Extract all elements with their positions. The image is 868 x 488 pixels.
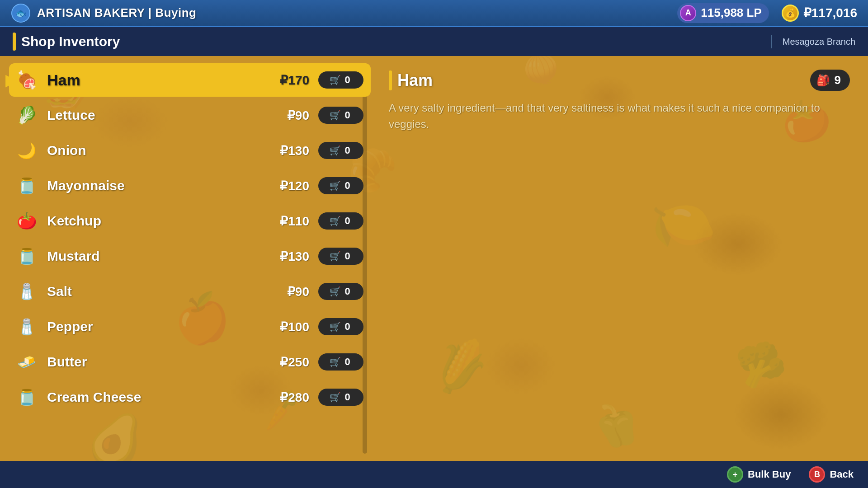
- item-icon: 🍅: [14, 208, 40, 234]
- detail-inventory-badge: 🎒 9: [810, 70, 850, 91]
- bulk-buy-action[interactable]: + Bulk Buy: [727, 466, 791, 483]
- item-price: ₽90: [264, 108, 309, 123]
- list-item[interactable]: 🫙 Cream Cheese ₽280 🛒 0: [9, 380, 371, 414]
- cart-count: 0: [344, 321, 350, 333]
- list-item[interactable]: ▶ 🍖 Ham ₽170 🛒 0: [9, 63, 371, 97]
- cart-badge: 🛒 0: [318, 283, 363, 300]
- item-price: ₽130: [264, 143, 309, 158]
- item-icon: 🫙: [14, 173, 40, 199]
- cart-badge: 🛒 0: [318, 212, 363, 230]
- divider: [771, 35, 772, 48]
- item-icon: 🧂: [14, 314, 40, 340]
- item-price: ₽100: [264, 319, 309, 334]
- item-price: ₽110: [264, 214, 309, 229]
- shop-bar-right: Mesagoza Branch: [771, 35, 855, 48]
- cart-badge: 🛒 0: [318, 353, 363, 371]
- shop-bar: Shop Inventory Mesagoza Branch: [0, 27, 868, 56]
- lp-badge: A 115,988 LP: [677, 3, 769, 23]
- list-item[interactable]: 🍅 Ketchup ₽110 🛒 0: [9, 204, 371, 238]
- cart-icon: 🛒: [330, 321, 341, 332]
- cart-badge: 🛒 0: [318, 248, 363, 265]
- cart-badge: 🛒 0: [318, 71, 363, 89]
- cart-badge: 🛒 0: [318, 389, 363, 406]
- item-name: Pepper: [47, 319, 264, 334]
- backpack-icon: 🎒: [816, 74, 830, 87]
- lp-icon: A: [680, 5, 696, 21]
- detail-inv-count: 9: [835, 73, 841, 87]
- cart-icon: 🛒: [330, 392, 341, 403]
- back-action[interactable]: B Back: [809, 466, 854, 483]
- cart-count: 0: [344, 286, 350, 297]
- cart-icon: 🛒: [330, 251, 341, 262]
- cart-count: 0: [344, 145, 350, 156]
- cart-count: 0: [344, 391, 350, 403]
- item-name: Ham: [47, 71, 264, 89]
- cart-icon: 🛒: [330, 75, 341, 85]
- item-icon: 🧂: [14, 278, 40, 305]
- cart-icon: 🛒: [330, 357, 341, 367]
- bulk-buy-label: Bulk Buy: [748, 469, 791, 480]
- money-badge: 💰 ₽117,016: [782, 5, 857, 22]
- items-container: ▶ 🍖 Ham ₽170 🛒 0 🥬 Lettuce ₽90 🛒 0 🌙 Oni…: [9, 63, 371, 414]
- item-list-panel: ▶ 🍖 Ham ₽170 🛒 0 🥬 Lettuce ₽90 🛒 0 🌙 Oni…: [0, 56, 371, 461]
- cart-count: 0: [344, 109, 350, 121]
- header: 🐟 ARTISAN BAKERY | Buying A 115,988 LP 💰…: [0, 0, 868, 27]
- cart-count: 0: [344, 215, 350, 227]
- item-icon: 🌙: [14, 137, 40, 164]
- detail-panel: Ham 🎒 9 A very salty ingredient—and that…: [371, 56, 868, 461]
- cart-icon: 🛒: [330, 216, 341, 226]
- item-price: ₽280: [264, 390, 309, 405]
- item-icon: 🥬: [14, 102, 40, 128]
- list-item[interactable]: 🧂 Salt ₽90 🛒 0: [9, 275, 371, 308]
- item-price: ₽120: [264, 178, 309, 193]
- shop-bar-accent: [13, 33, 16, 51]
- header-title: ARTISAN BAKERY | Buying: [37, 6, 196, 20]
- cart-badge: 🛒 0: [318, 107, 363, 124]
- lp-value: 115,988 LP: [701, 6, 761, 20]
- list-item[interactable]: 🫙 Mustard ₽130 🛒 0: [9, 239, 371, 273]
- cart-count: 0: [344, 250, 350, 262]
- shop-bar-title: Shop Inventory: [21, 34, 120, 49]
- header-left: 🐟 ARTISAN BAKERY | Buying: [11, 3, 196, 23]
- item-price: ₽130: [264, 249, 309, 264]
- cart-icon: 🛒: [330, 180, 341, 191]
- shop-logo: 🐟: [11, 3, 31, 23]
- item-name: Mayonnaise: [47, 178, 264, 193]
- item-name: Mustard: [47, 249, 264, 264]
- header-right: A 115,988 LP 💰 ₽117,016: [677, 3, 857, 23]
- detail-title-wrap: Ham: [389, 70, 433, 90]
- detail-title: Ham: [397, 71, 433, 90]
- cart-badge: 🛒 0: [318, 142, 363, 159]
- detail-description: A very salty ingredient—and that very sa…: [389, 100, 850, 132]
- detail-accent: [389, 70, 392, 90]
- selection-arrow: ▶: [5, 70, 18, 89]
- plus-button[interactable]: +: [727, 466, 743, 483]
- cart-badge: 🛒 0: [318, 177, 363, 194]
- list-item[interactable]: 🥬 Lettuce ₽90 🛒 0: [9, 99, 371, 132]
- list-item[interactable]: 🧂 Pepper ₽100 🛒 0: [9, 310, 371, 343]
- money-value: ₽117,016: [803, 5, 857, 20]
- item-name: Salt: [47, 284, 264, 299]
- list-item[interactable]: 🌙 Onion ₽130 🛒 0: [9, 134, 371, 167]
- b-button[interactable]: B: [809, 466, 825, 483]
- item-name: Lettuce: [47, 108, 264, 123]
- bottom-bar: + Bulk Buy B Back: [0, 461, 868, 488]
- item-name: Onion: [47, 143, 264, 158]
- back-label: Back: [830, 469, 854, 480]
- detail-header: Ham 🎒 9: [389, 70, 850, 91]
- shop-branch: Mesagoza Branch: [783, 37, 855, 47]
- svg-text:🐟: 🐟: [15, 8, 27, 19]
- item-icon: 🧈: [14, 349, 40, 375]
- item-icon: 🫙: [14, 243, 40, 269]
- item-name: Ketchup: [47, 213, 264, 229]
- item-name: Butter: [47, 354, 264, 370]
- cart-count: 0: [344, 74, 350, 86]
- list-item[interactable]: 🧈 Butter ₽250 🛒 0: [9, 345, 371, 379]
- item-price: ₽90: [264, 284, 309, 299]
- main-content: ▶ 🍖 Ham ₽170 🛒 0 🥬 Lettuce ₽90 🛒 0 🌙 Oni…: [0, 56, 868, 461]
- item-price: ₽250: [264, 355, 309, 370]
- cart-icon: 🛒: [330, 110, 341, 121]
- list-item[interactable]: 🫙 Mayonnaise ₽120 🛒 0: [9, 169, 371, 202]
- cart-badge: 🛒 0: [318, 318, 363, 335]
- cart-icon: 🛒: [330, 286, 341, 297]
